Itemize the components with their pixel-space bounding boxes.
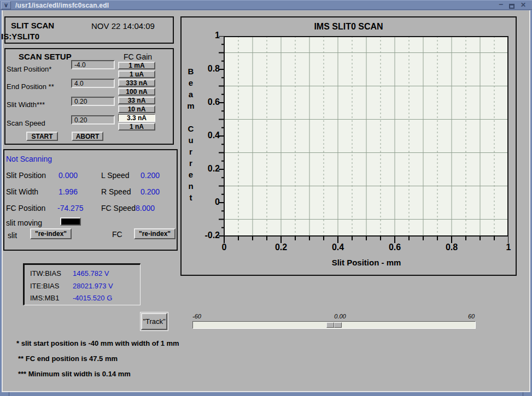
fc-position-label: FC Position <box>6 204 45 212</box>
page-title: SLIT SCAN <box>11 21 54 30</box>
scan-speed-label: Scan Speed <box>7 119 45 127</box>
ims-mb1-label: IMS:MB1 <box>30 294 59 302</box>
footnote-2: ** FC end position is 47.5 mm <box>18 354 118 363</box>
ims-mb1-value: -4015.520 G <box>73 294 112 302</box>
track-button[interactable]: "Track" <box>141 313 167 330</box>
ite-bias-label: ITE:BIAS <box>30 282 59 290</box>
plot-area <box>213 36 508 244</box>
fc-gain-option[interactable]: 10 nA <box>118 105 155 113</box>
start-button[interactable]: START <box>26 132 58 141</box>
slit-position-label: Slit Position <box>6 171 46 180</box>
scan-state: Not Scanning <box>6 155 52 163</box>
fc-position-value: -74.275 <box>57 204 83 212</box>
l-speed-label: L Speed <box>101 171 130 180</box>
r-speed-label: R Speed <box>101 187 131 196</box>
slider-max-label: 60 <box>468 313 475 320</box>
fc-speed-label: FC Speed <box>101 204 136 212</box>
slit-width-status-value: 1.996 <box>59 187 78 196</box>
slit-width-status-label: Slit Width <box>6 187 38 196</box>
itw-bias-value: 1465.782 V <box>73 269 109 277</box>
slider-thumb[interactable] <box>326 322 342 328</box>
fc-gain-option[interactable]: 1 mA <box>118 62 155 69</box>
end-position-label: End Position ** <box>7 82 54 91</box>
fc-label: FC <box>112 230 122 239</box>
fc-reindex-button[interactable]: "re-index" <box>134 228 176 239</box>
ite-bias-value: 28021.973 V <box>73 282 113 290</box>
fc-speed-value: 8.000 <box>136 204 155 212</box>
scan-chart: IMS SLIT0 SCAN Beam Current 10.80.60.40.… <box>180 16 517 276</box>
fc-gain-option[interactable]: 33 nA <box>118 97 155 104</box>
fc-gain-option[interactable]: 100 nA <box>118 88 155 96</box>
abort-button[interactable]: ABORT <box>72 132 103 141</box>
l-speed-value: 0.200 <box>141 171 160 180</box>
scan-speed-input[interactable] <box>71 115 115 125</box>
track-button-frame: "Track" <box>140 312 168 331</box>
fc-gain-option[interactable]: 3.3 nA <box>118 114 155 122</box>
footnote-1: * slit start position is -40 mm with wid… <box>16 339 179 347</box>
slit-width-label: Slit Width*** <box>7 101 45 109</box>
r-speed-value: 0.200 <box>141 187 160 196</box>
slit-moving-label: slit moving <box>6 218 42 227</box>
fc-position-slider[interactable] <box>192 321 476 329</box>
fc-gain-option[interactable]: 333 nA <box>118 79 155 87</box>
footnote-3: *** Minimum slit width is 0.14 mm <box>18 370 131 378</box>
status-panel: Not Scanning Slit Position 0.000 L Speed… <box>3 149 178 251</box>
end-position-input[interactable] <box>71 79 115 88</box>
start-position-input[interactable] <box>71 60 115 69</box>
fc-gain-option[interactable]: 1 nA <box>118 123 155 131</box>
itw-bias-label: ITW:BIAS <box>30 269 61 277</box>
scan-setup-title: SCAN SETUP <box>19 52 72 61</box>
app-window: ∨ /usr1/isac/edl/imsfc0scan.edl − ✕ SLIT… <box>0 0 532 396</box>
x-axis-title: Slit Position - mm <box>224 258 508 267</box>
readbacks-panel: ITW:BIAS 1465.782 V ITE:BIAS 28021.973 V… <box>23 263 141 305</box>
y-axis-title: Beam Current <box>185 66 197 203</box>
device-name: IS:YSLIT0 <box>1 32 39 41</box>
fc-gain-option[interactable]: 1 uA <box>118 70 155 78</box>
slider-min-label: -60 <box>192 313 201 320</box>
fc-gain-title: FC Gain <box>124 52 152 61</box>
slit-reindex-button[interactable]: "re-index" <box>30 228 72 239</box>
start-position-label: Start Position* <box>7 65 51 73</box>
chart-title: IMS SLIT0 SCAN <box>182 22 516 32</box>
slider-value-label: 0.00 <box>324 313 356 320</box>
slit-moving-indicator <box>60 217 81 226</box>
slit-label: slit <box>8 231 17 240</box>
slit-width-input[interactable] <box>71 97 115 106</box>
slit-position-value: 0.000 <box>59 171 78 180</box>
scan-setup-panel: SCAN SETUP Start Position* End Position … <box>4 48 174 145</box>
timestamp: NOV 22 14:04:09 <box>91 21 155 31</box>
